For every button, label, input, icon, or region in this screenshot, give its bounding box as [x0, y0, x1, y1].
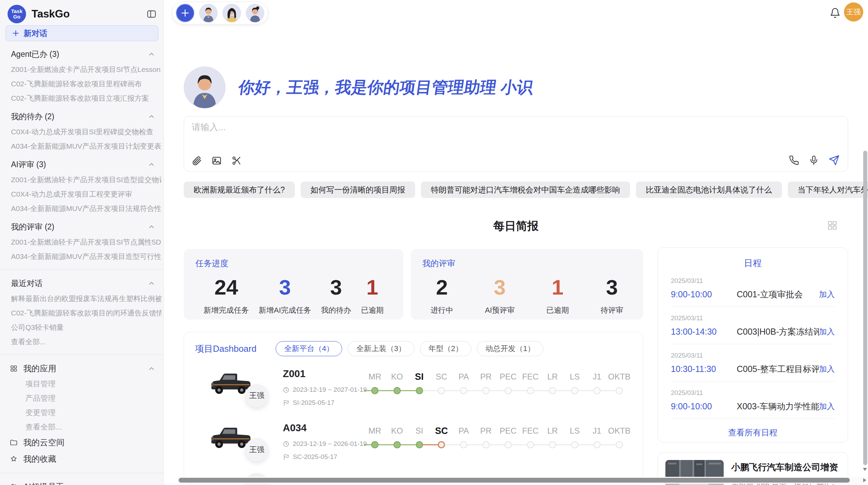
vertical-scrollbar-thumb[interactable]: [863, 151, 867, 465]
sidebar-item[interactable]: 公司Q3轻卡销量: [11, 320, 161, 335]
suggestion-chip[interactable]: 当下年轻人对汽车外观有怎样的喜好趋势: [788, 182, 868, 198]
sidebar-sub-item[interactable]: 查看全部...: [0, 420, 164, 434]
sidebar-item[interactable]: Z001-全新燃油皮卡产品开发项目SI节点Lesson Learn报告: [11, 62, 161, 77]
sidebar-item[interactable]: Z001-全新燃油轻卡产品开发项目SI节点属性5D文件评审: [11, 235, 161, 249]
sidebar-item[interactable]: C0X4-动力总成开发项目SI里程碑提交物检查: [11, 125, 161, 139]
milestone-dot[interactable]: [438, 387, 445, 394]
suggestion-chip[interactable]: 特朗普可能对进口汽车增税会对中国车企造成哪些影响: [421, 182, 630, 198]
microphone-icon[interactable]: [809, 155, 819, 165]
milestone-dot[interactable]: [616, 387, 623, 394]
milestone-label: SC: [430, 370, 453, 383]
sidebar-item[interactable]: Z001-全新燃油轻卡产品开发项目SI造型提交物评审: [11, 173, 161, 187]
milestone-dot[interactable]: [371, 441, 378, 448]
sidebar-section-header[interactable]: 我的待办 (2): [11, 108, 155, 125]
add-agent-button[interactable]: [176, 4, 194, 22]
milestone-dot[interactable]: [416, 387, 423, 394]
milestone-dot[interactable]: [394, 441, 401, 448]
dashboard-filter[interactable]: 动总开发（1）: [477, 341, 543, 356]
voice-call-icon[interactable]: [789, 155, 799, 165]
milestone-label: LR: [541, 370, 564, 383]
suggestion-chip[interactable]: 如何写一份清晰的项目周报: [301, 182, 415, 198]
milestone-dot[interactable]: [616, 441, 623, 448]
milestone-dot[interactable]: [593, 441, 601, 448]
sidebar-section-header[interactable]: 我的评审 (2): [11, 219, 155, 235]
milestone-dot[interactable]: [549, 387, 556, 394]
dashboard-filter[interactable]: 全新上装（3）: [348, 341, 414, 356]
milestone-dot[interactable]: [527, 441, 534, 448]
join-meeting-link[interactable]: 加入: [819, 289, 835, 300]
sidebar-item-users[interactable]: AI超级员工: [0, 478, 164, 485]
milestone-dot[interactable]: [571, 387, 578, 394]
sidebar-section-header[interactable]: 最近对话: [11, 275, 155, 291]
milestone-dot[interactable]: [394, 387, 401, 394]
plus-icon: [12, 29, 20, 37]
suggestion-chip[interactable]: 比亚迪全固态电池计划具体说了什么: [636, 182, 782, 198]
milestone-dot[interactable]: [438, 441, 445, 448]
stat: 2进行中: [431, 275, 453, 315]
agent-avatar[interactable]: [199, 4, 218, 22]
schedule-item-date: 2025/03/11: [671, 389, 835, 397]
sidebar-item-star[interactable]: 我的收藏: [0, 451, 164, 467]
milestone-dot[interactable]: [549, 441, 556, 448]
sidebar-section-header[interactable]: AI评审 (3): [11, 156, 155, 173]
sidebar-item[interactable]: 解释最新出台的欧盟报废车法规再生塑料比例被调至15%...: [11, 291, 161, 306]
scroll-down-arrow-icon[interactable]: [863, 468, 867, 471]
milestone-dots: [364, 383, 638, 399]
sidebar-item[interactable]: 查看全部...: [11, 335, 161, 349]
layout-grid-icon[interactable]: [827, 220, 838, 231]
dashboard-filter[interactable]: 年型（2）: [420, 341, 471, 356]
join-meeting-link[interactable]: 加入: [819, 401, 835, 412]
sidebar-sub-item[interactable]: 项目管理: [0, 377, 164, 391]
project-milestones: MRKOSISCPAPRPECFECLRLSJ1OKTB: [364, 370, 638, 409]
new-chat-button[interactable]: 新对话: [5, 25, 158, 41]
sidebar-item[interactable]: C02-飞腾新能源轻客改款项目里程碑画布: [11, 77, 161, 91]
agent-avatar[interactable]: [222, 4, 241, 22]
attach-image-icon[interactable]: [212, 156, 222, 166]
scissors-icon[interactable]: [231, 156, 242, 166]
send-icon[interactable]: [829, 155, 840, 166]
notifications-bell-icon[interactable]: [830, 8, 841, 18]
milestone-dot[interactable]: [505, 387, 512, 394]
sidebar-sub-item[interactable]: 产品管理: [0, 391, 164, 406]
view-all-schedule-link[interactable]: 查看所有日程: [671, 427, 835, 438]
milestone-dot[interactable]: [505, 441, 512, 448]
scroll-right-arrow-icon[interactable]: [863, 478, 866, 482]
suggestion-chip[interactable]: 欧洲新规最近颁布了什么?: [184, 182, 295, 198]
milestone-dot[interactable]: [460, 441, 467, 448]
chat-composer: [184, 116, 848, 172]
sidebar-sub-item[interactable]: 变更管理: [0, 406, 164, 420]
sidebar-item[interactable]: C02-飞腾新能源轻客改款项目的闭环通告反馈情况: [11, 306, 161, 320]
project-dashboard-card: 项目Dashboard 全新平台（4）全新上装（3）年型（2）动总开发（1） 王…: [184, 332, 643, 485]
sidebar-item[interactable]: A034-全新新能源MUV产品开发项目计划变更表编写: [11, 139, 161, 153]
agent-avatar[interactable]: [246, 4, 264, 22]
sidebar-section-header[interactable]: Agent已办 (3): [11, 46, 155, 62]
sidebar-item-folder[interactable]: 我的云空间: [0, 434, 164, 451]
milestone-dot[interactable]: [593, 387, 601, 394]
sidebar-item[interactable]: C0X4-动力总成开发项目工程变更评审: [11, 187, 161, 201]
project-owner-badge: 王强: [245, 438, 268, 461]
sidebar-item-my-apps[interactable]: 我的应用: [0, 360, 164, 377]
milestone-dot[interactable]: [527, 387, 534, 394]
join-meeting-link[interactable]: 加入: [819, 364, 835, 374]
chat-input[interactable]: [192, 122, 672, 133]
milestone-labels: MRKOSISCPAPRPECFECLRLSJ1OKTB: [364, 370, 638, 383]
join-meeting-link[interactable]: 加入: [819, 326, 835, 337]
dashboard-filter[interactable]: 全新平台（4）: [276, 341, 342, 356]
horizontal-scrollbar-thumb[interactable]: [179, 478, 850, 483]
milestone-dot[interactable]: [482, 441, 490, 448]
sidebar-item[interactable]: A034-全新新能源MUV产品开发项目法规符合性评审: [11, 201, 161, 216]
attach-file-icon[interactable]: [192, 156, 202, 166]
briefing-title: 每日简报: [184, 219, 848, 234]
milestone-dot[interactable]: [460, 387, 467, 394]
stat: 1已逾期: [361, 275, 384, 315]
sidebar-item[interactable]: A034-全新新能源MUV产品开发项目造型可行性评审: [11, 249, 161, 264]
milestone-dot[interactable]: [571, 441, 578, 448]
sidebar-item[interactable]: C02-飞腾新能源轻客改款项目立项汇报方案: [11, 91, 161, 105]
milestone-dot[interactable]: [371, 387, 378, 394]
milestone-dot[interactable]: [482, 387, 490, 394]
sidebar-collapse-icon[interactable]: [146, 9, 157, 19]
project-date-range-text: 2023-12-19 ~ 2026-01-19: [293, 440, 367, 448]
user-avatar[interactable]: 王强: [844, 2, 863, 22]
stat-value: 24: [204, 275, 249, 300]
milestone-dot[interactable]: [416, 441, 423, 448]
